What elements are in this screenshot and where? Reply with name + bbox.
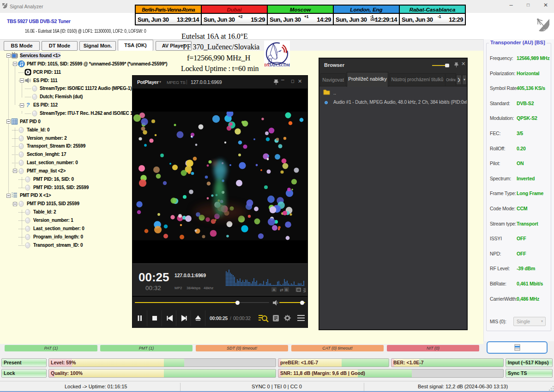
svg-text:⇄: ⇄ [280,288,283,292]
svg-text:DXSATCS.COM: DXSATCS.COM [264,63,290,67]
svg-text:?: ? [26,101,30,108]
svg-text:A: A [273,288,276,292]
svg-text:⋚: ⋚ [303,288,307,293]
svg-text:B: B [285,288,288,292]
